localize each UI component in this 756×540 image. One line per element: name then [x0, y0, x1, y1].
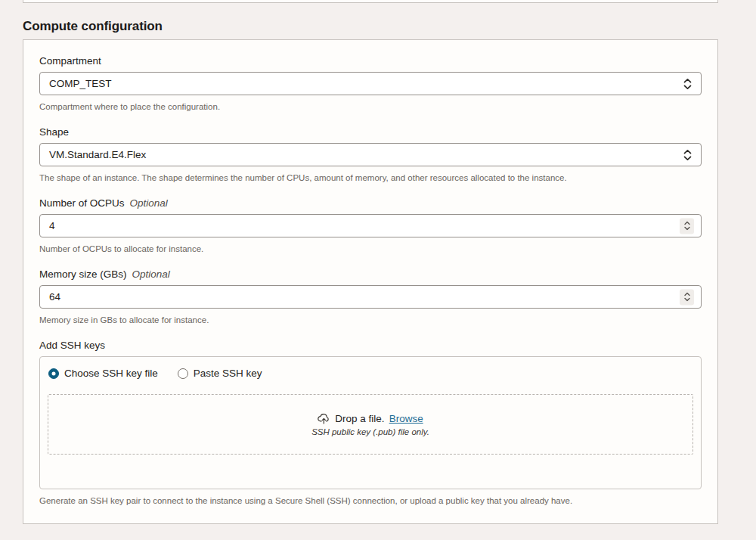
chevron-down-icon — [684, 227, 690, 231]
ocpus-help: Number of OCPUs to allocate for instance… — [39, 244, 702, 254]
shape-select[interactable]: VM.Standard.E4.Flex — [39, 143, 702, 166]
shape-label-row: Shape — [39, 126, 702, 138]
ocpus-input[interactable] — [40, 215, 701, 237]
shape-label: Shape — [39, 126, 69, 138]
memory-stepper[interactable] — [680, 289, 694, 305]
dropzone-text-row: Drop a file. Browse — [318, 413, 423, 424]
memory-optional-tag: Optional — [132, 268, 170, 281]
drop-a-file-text: Drop a file. — [335, 413, 384, 424]
chevron-up-icon — [684, 222, 690, 225]
memory-label-row: Memory size (GBs) Optional — [39, 268, 702, 281]
field-ocpus: Number of OCPUs Optional Number of OCPUs… — [39, 197, 702, 254]
ssh-keys-help: Generate an SSH key pair to connect to t… — [39, 495, 702, 506]
ocpus-label-row: Number of OCPUs Optional — [39, 197, 702, 209]
compartment-select[interactable]: COMP_TEST — [39, 72, 702, 95]
compartment-label-row: Compartment — [39, 55, 702, 67]
radio-paste-label: Paste SSH key — [194, 368, 262, 379]
select-chevrons-icon — [683, 149, 692, 160]
field-ssh-keys: Add SSH keys Choose SSH key file Paste S… — [39, 340, 702, 506]
shape-help: The shape of an instance. The shape dete… — [39, 172, 702, 183]
dropzone-hint: SSH public key (.pub) file only. — [311, 427, 429, 436]
ssh-keys-box: Choose SSH key file Paste SSH key Drop a… — [39, 356, 702, 489]
radio-paste-ssh-key[interactable]: Paste SSH key — [178, 368, 262, 379]
compartment-help: Compartment where to place the configura… — [39, 101, 702, 112]
radio-selected-icon[interactable] — [48, 368, 59, 379]
compute-configuration-panel: Compartment COMP_TEST Compartment where … — [23, 39, 718, 524]
ssh-radio-group: Choose SSH key file Paste SSH key — [48, 368, 693, 379]
chevron-up-icon — [684, 293, 690, 296]
radio-choose-label: Choose SSH key file — [64, 368, 158, 379]
radio-unselected-icon[interactable] — [178, 368, 188, 379]
ssh-keys-label: Add SSH keys — [39, 340, 105, 352]
ssh-file-dropzone[interactable]: Drop a file. Browse SSH public key (.pub… — [48, 394, 693, 455]
compartment-label: Compartment — [39, 55, 101, 67]
ssh-label-row: Add SSH keys — [39, 340, 702, 352]
ocpus-input-wrapper — [39, 214, 702, 237]
ocpus-stepper[interactable] — [680, 218, 694, 234]
ocpus-optional-tag: Optional — [130, 197, 168, 209]
select-chevrons-icon — [683, 78, 692, 89]
memory-help: Memory size in GBs to allocate for insta… — [39, 315, 702, 325]
radio-choose-ssh-key-file[interactable]: Choose SSH key file — [48, 368, 158, 379]
compartment-select-value: COMP_TEST — [40, 78, 112, 89]
ocpus-label: Number of OCPUs — [39, 197, 125, 209]
cloud-upload-icon — [318, 413, 330, 424]
field-memory: Memory size (GBs) Optional Memory size i… — [39, 268, 702, 325]
field-shape: Shape VM.Standard.E4.Flex The shape of a… — [39, 126, 702, 183]
chevron-down-icon — [684, 298, 690, 302]
page-title: Compute configuration — [23, 19, 163, 34]
previous-section-panel-cutoff — [23, 0, 718, 3]
memory-input[interactable] — [40, 286, 701, 308]
memory-input-wrapper — [39, 285, 702, 309]
field-compartment: Compartment COMP_TEST Compartment where … — [39, 55, 702, 112]
memory-label: Memory size (GBs) — [39, 268, 127, 281]
browse-link[interactable]: Browse — [389, 413, 423, 424]
shape-select-value: VM.Standard.E4.Flex — [40, 149, 146, 160]
